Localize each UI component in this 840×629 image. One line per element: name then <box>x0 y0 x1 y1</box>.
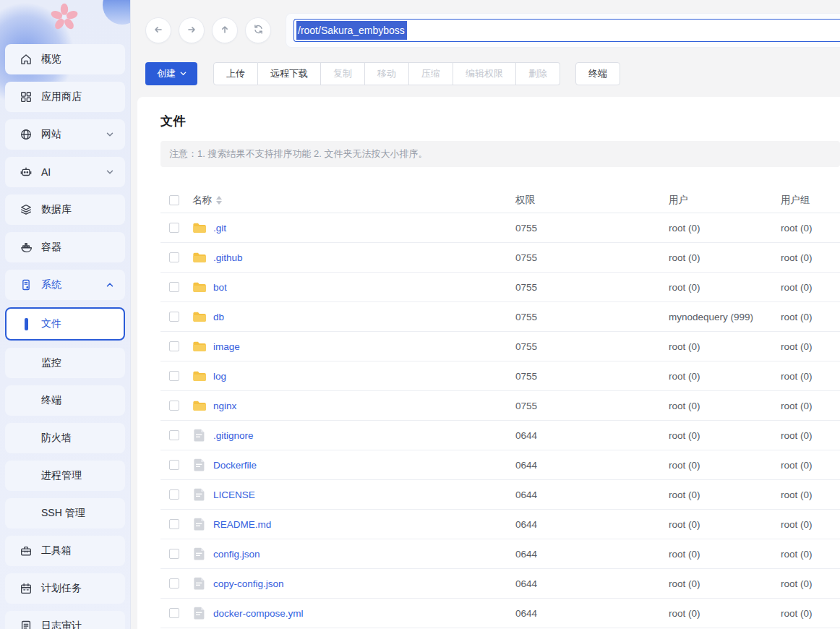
folder-icon <box>192 221 207 235</box>
terminal-button[interactable]: 终端 <box>575 62 620 85</box>
file-name-link[interactable]: .git <box>213 223 226 234</box>
action-button-编辑权限[interactable]: 编辑权限 <box>453 62 516 85</box>
file-name-link[interactable]: README.md <box>213 519 271 530</box>
file-name-link[interactable]: db <box>213 312 224 322</box>
row-checkbox[interactable] <box>169 312 179 322</box>
file-name-link[interactable]: nginx <box>213 401 236 411</box>
sidebar-item-app-store[interactable]: 应用商店 <box>5 82 125 112</box>
folder-icon <box>192 398 207 413</box>
file-name-link[interactable]: .gitignore <box>213 430 254 441</box>
file-name-link[interactable]: Dockerfile <box>213 460 257 471</box>
permission-cell: 0755 <box>515 401 669 411</box>
forward-button[interactable] <box>179 17 205 43</box>
sidebar-item-process[interactable]: 进程管理 <box>5 461 125 491</box>
table-row: nginx 0755 root (0) root (0) <box>160 391 840 421</box>
file-name-link[interactable]: copy-config.json <box>213 578 284 589</box>
select-all-checkbox[interactable] <box>169 195 179 205</box>
action-button-删除[interactable]: 删除 <box>516 62 560 85</box>
row-checkbox[interactable] <box>169 608 179 618</box>
table-row: .git 0755 root (0) root (0) <box>160 213 840 243</box>
file-name-link[interactable]: log <box>213 371 226 382</box>
row-checkbox[interactable] <box>169 549 179 559</box>
row-checkbox[interactable] <box>169 401 179 411</box>
sidebar-item-label: 防火墙 <box>41 432 72 445</box>
permission-cell: 0644 <box>515 460 669 471</box>
permission-cell: 0644 <box>515 430 669 441</box>
table-row: image 0755 root (0) root (0) <box>160 332 840 361</box>
create-button[interactable]: 创建 <box>145 62 197 85</box>
row-checkbox[interactable] <box>169 252 179 262</box>
group-cell: root (0) <box>781 549 840 560</box>
path-bar: /root/Sakura_embyboss <box>286 13 840 48</box>
file-name-link[interactable]: .github <box>213 252 243 263</box>
action-button-移动[interactable]: 移动 <box>365 62 409 85</box>
sidebar-item-container[interactable]: 容器 <box>5 232 125 262</box>
column-header-name[interactable]: 名称 <box>192 194 515 207</box>
row-checkbox[interactable] <box>169 223 179 233</box>
row-checkbox[interactable] <box>169 460 179 470</box>
action-button-复制[interactable]: 复制 <box>321 62 365 85</box>
table-row: .github 0755 root (0) root (0) <box>160 243 840 273</box>
grid-icon <box>19 90 33 104</box>
folder-icon <box>192 309 207 324</box>
folder-icon <box>192 280 207 294</box>
row-checkbox[interactable] <box>169 371 179 381</box>
row-checkbox[interactable] <box>169 282 179 292</box>
action-button-远程下载[interactable]: 远程下载 <box>258 62 321 85</box>
row-checkbox[interactable] <box>169 578 179 589</box>
sidebar-item-website[interactable]: 网站 <box>5 119 125 150</box>
action-button-压缩[interactable]: 压缩 <box>409 62 453 85</box>
permission-cell: 0644 <box>515 489 669 500</box>
sidebar-item-ai[interactable]: AI <box>5 157 125 187</box>
sidebar-item-terminal[interactable]: 终端 <box>5 385 125 416</box>
file-name-link[interactable]: docker-compose.yml <box>213 608 304 619</box>
sidebar-item-files[interactable]: 文件 <box>5 307 125 341</box>
sidebar-item-label: 终端 <box>41 394 61 407</box>
action-button-上传[interactable]: 上传 <box>213 62 258 85</box>
group-cell: root (0) <box>781 371 840 382</box>
sort-icon[interactable] <box>216 196 222 205</box>
file-name-link[interactable]: LICENSE <box>213 489 255 500</box>
sidebar-item-database[interactable]: 数据库 <box>5 194 125 225</box>
group-cell: root (0) <box>781 608 840 619</box>
permission-cell: 0755 <box>515 282 669 293</box>
permission-cell: 0755 <box>515 312 669 322</box>
row-checkbox[interactable] <box>169 519 179 529</box>
path-input[interactable]: /root/Sakura_embyboss <box>293 19 840 42</box>
sidebar: 概览应用商店网站AI数据库容器系统文件监控终端防火墙进程管理SSH 管理工具箱计… <box>0 0 131 629</box>
file-name-link[interactable]: image <box>213 341 240 352</box>
table-body: .git 0755 root (0) root (0) .github 0755… <box>160 213 840 628</box>
refresh-button[interactable] <box>245 17 271 43</box>
sidebar-item-label: 日志审计 <box>41 620 82 629</box>
page-title: 文件 <box>160 113 840 129</box>
permission-cell: 0755 <box>515 341 669 352</box>
file-name-link[interactable]: bot <box>213 282 227 293</box>
user-cell: root (0) <box>669 489 781 500</box>
table-header-row: 名称 权限 用户 用户组 <box>160 188 840 213</box>
sidebar-item-log-audit[interactable]: 日志审计 <box>5 611 125 629</box>
back-button[interactable] <box>145 17 171 43</box>
table-row: Dockerfile 0644 root (0) root (0) <box>160 450 840 480</box>
sidebar-item-toolbox[interactable]: 工具箱 <box>5 536 125 566</box>
main-area: /root/Sakura_embyboss 创建 上传远程下载复制移动压缩编辑权… <box>131 0 840 629</box>
sidebar-item-label: 工具箱 <box>41 544 72 557</box>
group-cell: root (0) <box>781 341 840 352</box>
sidebar-item-overview[interactable]: 概览 <box>5 44 125 74</box>
row-checkbox[interactable] <box>169 341 179 351</box>
refresh-icon <box>252 23 265 38</box>
sidebar-item-firewall[interactable]: 防火墙 <box>5 423 125 453</box>
sidebar-item-label: 监控 <box>41 356 61 369</box>
group-cell: root (0) <box>781 519 840 530</box>
sidebar-item-system[interactable]: 系统 <box>5 270 125 300</box>
sidebar-item-cron[interactable]: 计划任务 <box>5 573 125 604</box>
permission-cell: 0644 <box>515 608 669 619</box>
file-name-link[interactable]: config.json <box>213 549 260 560</box>
column-header-name-label: 名称 <box>192 194 212 207</box>
up-button[interactable] <box>212 17 238 43</box>
row-checkbox[interactable] <box>169 430 179 440</box>
permission-cell: 0755 <box>515 371 669 382</box>
sidebar-item-ssh[interactable]: SSH 管理 <box>5 498 125 529</box>
sidebar-item-monitor[interactable]: 监控 <box>5 348 125 378</box>
row-checkbox[interactable] <box>169 489 179 500</box>
permission-cell: 0644 <box>515 519 669 530</box>
